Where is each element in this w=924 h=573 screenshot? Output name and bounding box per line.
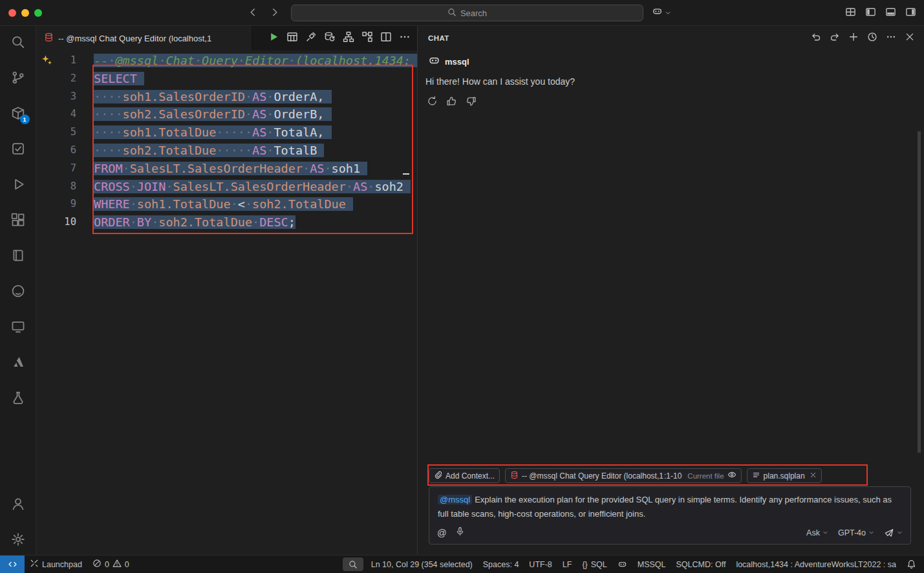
docs-book-icon[interactable] xyxy=(10,248,26,263)
accounts-icon[interactable] xyxy=(10,496,26,512)
current-file-chip[interactable]: -- @mssql Chat Query Editor (localhost,1… xyxy=(505,468,742,483)
redo-icon[interactable] xyxy=(830,32,840,45)
code-editor[interactable]: 1--·@mssql·Chat·Query·Editor·(localhost,… xyxy=(36,50,417,555)
code-line[interactable]: 1--·@mssql·Chat·Query·Editor·(localhost,… xyxy=(36,52,417,70)
mention-at-button[interactable]: @ xyxy=(437,528,447,538)
search-icon[interactable] xyxy=(10,34,26,50)
close-window-button[interactable] xyxy=(8,9,16,17)
language-mode-status[interactable]: {} SQL xyxy=(577,556,612,573)
sqlcmd-status[interactable]: SQLCMD: Off xyxy=(671,556,731,573)
mssql-status[interactable]: MSSQL xyxy=(632,556,671,573)
chat-participant-name: mssql xyxy=(445,57,469,67)
warning-count: 0 xyxy=(125,560,129,569)
context-attachments-row: Add Context... -- @mssql Chat Query Edit… xyxy=(429,465,911,486)
connect-plug-icon[interactable] xyxy=(305,31,317,45)
code-line[interactable]: 9WHERE·soh1.TotalDue·<·soh2.TotalDue xyxy=(36,195,417,213)
microphone-icon[interactable] xyxy=(455,526,465,539)
remove-attachment-icon[interactable] xyxy=(810,471,817,481)
add-context-button[interactable]: Add Context... xyxy=(429,468,500,483)
code-line[interactable]: 10ORDER·BY·soh2.TotalDue·DESC; xyxy=(36,213,417,232)
model-picker[interactable]: GPT-4o xyxy=(838,528,874,537)
azure-icon[interactable] xyxy=(10,354,26,370)
chat-input-box[interactable]: @mssqlExplain the execution plan for the… xyxy=(429,486,911,545)
chevron-down-icon xyxy=(665,7,671,19)
run-query-button[interactable] xyxy=(268,31,279,45)
settings-gear-icon[interactable] xyxy=(10,532,26,547)
github-icon[interactable] xyxy=(10,283,26,299)
chat-scrollbar[interactable] xyxy=(918,131,921,453)
file-chip-note: Current file xyxy=(687,472,724,480)
plan-file-chip[interactable]: plan.sqlplan xyxy=(747,468,822,483)
more-actions-icon[interactable] xyxy=(886,32,896,45)
code-line[interactable]: 7FROM·SalesLT.SalesOrderHeader·AS·soh1 xyxy=(36,160,417,178)
notifications-bell-icon[interactable] xyxy=(901,556,924,573)
remote-indicator[interactable] xyxy=(0,556,25,573)
source-control-icon[interactable] xyxy=(10,70,26,85)
mode-picker[interactable]: Ask xyxy=(806,528,828,537)
launchpad-status[interactable]: Launchpad xyxy=(25,556,87,573)
copilot-sparkle-icon[interactable] xyxy=(41,54,52,68)
line-number: 6 xyxy=(36,142,76,160)
eol-status[interactable]: LF xyxy=(557,556,577,573)
line-number: 8 xyxy=(36,178,76,196)
text-cursor xyxy=(403,173,409,175)
encoding-status[interactable]: UTF-8 xyxy=(524,556,557,573)
code-line[interactable]: 2SELECT xyxy=(36,70,417,88)
code-line[interactable]: 8CROSS·JOIN·SalesLT.SalesOrderHeader·AS·… xyxy=(36,178,417,196)
cursor-position-status[interactable]: Ln 10, Col 29 (354 selected) xyxy=(366,556,478,573)
remote-explorer-icon[interactable] xyxy=(10,319,26,334)
eye-icon[interactable] xyxy=(727,470,736,481)
zoom-indicator[interactable] xyxy=(343,557,363,571)
send-button[interactable] xyxy=(884,528,903,538)
line-number: 2 xyxy=(36,70,76,88)
code-line[interactable]: 3····soh1.SalesOrderID·AS·OrderA, xyxy=(36,88,417,106)
package-icon[interactable]: 1 xyxy=(10,105,26,121)
connection-status[interactable]: localhost,1434 : AdventureWorksLT2022 : … xyxy=(731,556,901,573)
new-chat-icon[interactable] xyxy=(848,32,859,45)
customize-layout-icon[interactable] xyxy=(845,6,856,20)
toggle-panel-icon[interactable] xyxy=(885,6,896,20)
regenerate-icon[interactable] xyxy=(427,96,438,109)
results-grid-icon[interactable] xyxy=(286,31,298,45)
toggle-primary-sidebar-icon[interactable] xyxy=(865,6,876,20)
eol-label: LF xyxy=(563,560,572,569)
code-line[interactable]: 4····soh2.SalesOrderID·AS·OrderB, xyxy=(36,105,417,124)
line-number: 10 xyxy=(36,213,76,232)
code-line[interactable]: 6····soh2.TotalDue·····AS·TotalB xyxy=(36,142,417,160)
extensions-icon[interactable] xyxy=(10,212,26,228)
problems-status[interactable]: 0 0 xyxy=(87,556,134,573)
zoom-window-button[interactable] xyxy=(34,9,42,17)
database-projects-icon[interactable] xyxy=(10,390,26,405)
chat-prompt-text[interactable]: @mssqlExplain the execution plan for the… xyxy=(429,487,910,522)
chat-input-area: Add Context... -- @mssql Chat Query Edit… xyxy=(429,465,911,545)
more-actions-icon[interactable] xyxy=(399,31,411,45)
code-line[interactable]: 5····soh1.TotalDue·····AS·TotalA, xyxy=(36,124,417,142)
editor-tab-bar: -- @mssql Chat Query Editor (localhost,1 xyxy=(36,26,417,50)
file-chip-range: :1-10 xyxy=(664,471,682,481)
editor-tab[interactable]: -- @mssql Chat Query Editor (localhost,1 xyxy=(36,26,251,50)
checklist-icon[interactable] xyxy=(10,141,26,157)
copilot-status[interactable] xyxy=(612,556,632,573)
plan-chip-label: plan.sqlplan xyxy=(764,471,805,481)
navigate-forward-icon[interactable] xyxy=(269,6,281,21)
indentation-status[interactable]: Spaces: 4 xyxy=(478,556,524,573)
copilot-menu-button[interactable] xyxy=(652,6,671,19)
selected-code-text: SELECT xyxy=(94,72,144,85)
chat-history-icon[interactable] xyxy=(867,32,877,45)
schema-designer-icon[interactable] xyxy=(343,31,354,45)
close-icon[interactable] xyxy=(905,32,915,45)
navigate-back-icon[interactable] xyxy=(247,6,259,21)
thumbs-up-icon[interactable] xyxy=(446,96,457,109)
language-label: SQL xyxy=(591,560,607,569)
split-editor-icon[interactable] xyxy=(380,31,392,45)
chat-mention[interactable]: @mssql xyxy=(438,495,472,504)
minimize-window-button[interactable] xyxy=(21,9,29,17)
undo-icon[interactable] xyxy=(811,32,821,45)
query-plan-icon[interactable] xyxy=(361,31,373,45)
command-center-search[interactable]: Search xyxy=(291,5,643,21)
mode-label: Ask xyxy=(806,528,820,537)
thumbs-down-icon[interactable] xyxy=(466,96,477,109)
toggle-secondary-sidebar-icon[interactable] xyxy=(905,6,916,20)
change-connection-icon[interactable] xyxy=(324,31,336,45)
run-debug-icon[interactable] xyxy=(10,177,26,192)
